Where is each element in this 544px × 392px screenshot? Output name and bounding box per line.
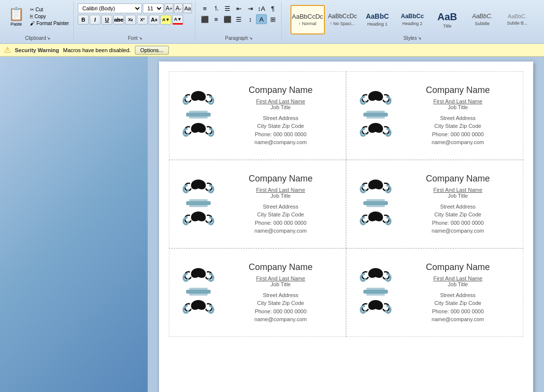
font-style-button[interactable]: Aa: [149, 15, 160, 25]
styles-expand-icon[interactable]: ↘: [418, 36, 421, 40]
shading-button[interactable]: A: [256, 14, 267, 24]
align-left-button[interactable]: ⬛: [199, 14, 210, 24]
styles-content: AaBbCcDc ↑ Normal AaBbCcDc ↑ No Spaci...…: [290, 2, 535, 35]
align-right-button[interactable]: ⬛: [222, 14, 233, 24]
clear-formatting-button[interactable]: Aa: [183, 3, 192, 13]
card-name-2: First And Last Name: [226, 187, 336, 193]
highlight-button[interactable]: A▼: [160, 15, 171, 25]
style-button-subtitle[interactable]: AaBbC. Subtitle: [465, 5, 500, 34]
font-family-dropdown[interactable]: Calibri (Body): [78, 3, 142, 13]
clipboard-expand-icon[interactable]: ↘: [47, 36, 50, 40]
align-buttons-row: ⬛ ≡ ⬛ ☰ ↕ A ⊞: [199, 14, 278, 24]
copy-button[interactable]: ⎘ Copy: [29, 13, 70, 20]
increase-indent-button[interactable]: ⇥: [245, 3, 256, 13]
paste-label: Paste: [10, 22, 22, 27]
paste-icon: 📋: [8, 6, 24, 22]
style-button-normal[interactable]: AaBbCcDc ↑ Normal: [290, 5, 325, 34]
card-address-4: Street AddressCity State Zip CodePhone: …: [226, 291, 336, 324]
sidebar: [0, 57, 148, 392]
svg-rect-5: [366, 117, 385, 119]
card-title-4: Job Title: [226, 281, 336, 287]
options-button[interactable]: Options...: [135, 46, 169, 55]
font-size-dropdown[interactable]: 11: [143, 3, 163, 13]
business-card-1: Company Name First And Last Name Job Tit…: [346, 71, 523, 160]
card-info-2: Company Name First And Last Name Job Tit…: [226, 174, 336, 235]
style-button-title[interactable]: AaB Title: [430, 5, 465, 34]
svg-rect-17: [366, 294, 385, 296]
paragraph-label: Paragraph: [225, 35, 248, 41]
ribbon-toolbar: 📋 Paste ✂ Cut ⎘ Copy 🖌: [0, 0, 544, 43]
svg-rect-1: [189, 111, 208, 113]
document-page: Company Name First And Last Name Job Tit…: [159, 61, 533, 392]
format-painter-button[interactable]: 🖌 Format Painter: [29, 20, 70, 27]
strikethrough-button[interactable]: abc: [113, 15, 124, 25]
card-name-3: First And Last Name: [403, 187, 513, 193]
cards-grid: Company Name First And Last Name Job Tit…: [169, 71, 523, 337]
card-name-1: First And Last Name: [403, 98, 513, 104]
svg-rect-7: [189, 199, 208, 201]
font-family-row: Calibri (Body) 11 A+ A- Aa: [78, 3, 192, 13]
svg-rect-0: [186, 113, 211, 117]
italic-button[interactable]: I: [90, 15, 100, 25]
sort-button[interactable]: ↕A: [256, 3, 267, 13]
bullet-list-button[interactable]: ≡: [199, 3, 210, 13]
card-spacer-1: [403, 110, 513, 114]
card-address-2: Street AddressCity State Zip CodePhone: …: [226, 203, 336, 235]
font-size-decrease-button[interactable]: A-: [174, 3, 183, 13]
borders-button[interactable]: ⊞: [267, 14, 278, 24]
svg-rect-16: [366, 288, 385, 290]
svg-rect-2: [189, 117, 208, 119]
card-spacer-5: [403, 287, 513, 291]
style-button-subtle[interactable]: AaBbC. Subtle B...: [500, 5, 535, 34]
styles-label: Styles: [403, 35, 416, 41]
cut-icon: ✂: [30, 7, 34, 12]
subscript-button[interactable]: X₂: [125, 15, 136, 25]
card-company-1: Company Name: [403, 85, 513, 95]
align-center-button[interactable]: ≡: [211, 14, 222, 24]
font-expand-icon[interactable]: ↘: [139, 36, 142, 40]
show-formatting-button[interactable]: ¶: [267, 3, 278, 13]
card-company-5: Company Name: [403, 262, 513, 272]
decrease-indent-button[interactable]: ⇤: [233, 3, 244, 13]
main-area: Company Name First And Last Name Job Tit…: [0, 57, 544, 392]
card-info-4: Company Name First And Last Name Job Tit…: [226, 262, 336, 324]
card-logo-2: [179, 175, 219, 234]
style-button-heading1[interactable]: AaBbC Heading 1: [360, 5, 395, 34]
font-color-button[interactable]: A▼: [172, 15, 183, 25]
card-logo-1: [356, 86, 396, 145]
svg-rect-13: [189, 288, 208, 290]
card-name-0: First And Last Name: [226, 98, 336, 104]
format-painter-icon: 🖌: [30, 21, 35, 26]
bold-button[interactable]: B: [78, 15, 89, 25]
business-card-2: Company Name First And Last Name Job Tit…: [169, 160, 346, 248]
superscript-button[interactable]: X²: [137, 15, 148, 25]
card-title-3: Job Title: [403, 193, 513, 199]
svg-rect-14: [189, 294, 208, 296]
card-company-3: Company Name: [403, 174, 513, 184]
card-address-0: Street AddressCity State Zip CodePhone: …: [226, 114, 336, 147]
font-size-buttons: A+ A- Aa: [164, 3, 192, 13]
document-area: Company Name First And Last Name Job Tit…: [148, 57, 544, 392]
style-button-heading2[interactable]: AaBbCc Heading 2: [395, 5, 430, 34]
paste-button[interactable]: 📋 Paste: [5, 3, 28, 29]
card-company-0: Company Name: [226, 85, 336, 95]
font-size-increase-button[interactable]: A+: [164, 3, 173, 13]
line-spacing-button[interactable]: ↕: [245, 14, 256, 24]
card-logo-0: [179, 86, 219, 145]
svg-rect-3: [363, 113, 388, 117]
card-logo-4: [179, 263, 219, 322]
paragraph-expand-icon[interactable]: ↘: [249, 36, 253, 40]
justify-button[interactable]: ☰: [233, 14, 244, 24]
style-button-no-spacing[interactable]: AaBbCcDc ↑ No Spaci...: [325, 5, 360, 34]
font-content: Calibri (Body) 11 A+ A- Aa B I U abc: [78, 2, 192, 35]
multilevel-list-button[interactable]: ☰: [222, 3, 233, 13]
svg-rect-11: [366, 205, 385, 207]
cut-button[interactable]: ✂ Cut: [29, 6, 70, 13]
card-info-1: Company Name First And Last Name Job Tit…: [403, 85, 513, 147]
business-card-4: Company Name First And Last Name Job Tit…: [169, 248, 346, 337]
underline-button[interactable]: U: [101, 15, 112, 25]
numbered-list-button[interactable]: ⒈: [211, 3, 222, 13]
clipboard-content: 📋 Paste ✂ Cut ⎘ Copy 🖌: [5, 2, 70, 35]
card-info-3: Company Name First And Last Name Job Tit…: [403, 174, 513, 235]
card-spacer-4: [226, 287, 336, 291]
